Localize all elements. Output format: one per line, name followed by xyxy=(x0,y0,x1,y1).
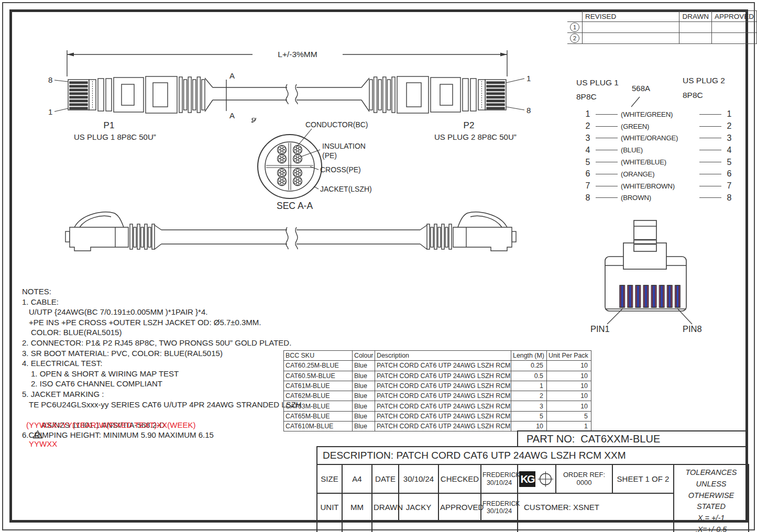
cable-cross-section: CONDUCTOR(BC) INSULATION (PE) CROSS(PE) … xyxy=(251,118,398,215)
revision-row2-num-cell: 2 xyxy=(567,33,583,44)
pinout-row-8: 8(BROWN)8 xyxy=(574,192,749,204)
revision-1-badge: 1 xyxy=(570,23,579,32)
revision-row2-revised xyxy=(583,33,679,44)
sku-cell: 1 xyxy=(547,422,591,431)
section-cut-marker: A A xyxy=(226,71,235,120)
pin-wire-line xyxy=(596,174,618,174)
tolerance-line: OTHERWISE STATED xyxy=(677,490,745,513)
notes-title: NOTES: xyxy=(22,286,294,297)
p1-pin8-number: 8 xyxy=(48,75,52,84)
title-block-grid: SIZE A4 DATE 30/10/24 CHECKED FREDERICK … xyxy=(316,464,749,532)
rj45-front-view: PIN1 PIN8 xyxy=(589,216,741,341)
pin-wire-line xyxy=(596,186,618,186)
note-4: 4. ELECTRICAL TEST: xyxy=(22,358,294,369)
note-2: 2. CONNECTOR: P1& P2 RJ45 8P8C, TWO PRON… xyxy=(22,338,294,348)
cable-lines xyxy=(213,84,361,104)
size-value: A4 xyxy=(342,464,372,493)
order-ref-label: ORDER REF: xyxy=(557,471,611,479)
sku-cell: 10 xyxy=(547,401,591,411)
callout-conductor: CONDUCTOR(BC) xyxy=(305,120,368,129)
pin-wire-line xyxy=(699,126,721,127)
pin-wire-line xyxy=(596,150,618,150)
pin-right-num: 8 xyxy=(722,193,736,203)
date-value: 30/10/24 xyxy=(399,464,438,493)
revision-col-revised: REVISED xyxy=(583,11,679,22)
revision-corner-cell xyxy=(567,11,583,22)
pinout-standard-label: 568A xyxy=(632,84,650,93)
pin-color-label: (WHITE/ORANGE) xyxy=(619,134,698,142)
sku-cell: 0.25 xyxy=(511,361,547,371)
sku-cell: 5 xyxy=(511,411,547,421)
order-ref-value: 0000 xyxy=(557,479,611,487)
sku-cell: 10 xyxy=(547,381,591,391)
pin-left-num: 3 xyxy=(581,134,595,143)
sku-cell: Blue xyxy=(353,361,375,371)
p1-pin1-number: 1 xyxy=(48,107,52,116)
pin-left-num: 7 xyxy=(581,181,595,191)
tolerance-line: TOLERANCES UNLESS xyxy=(677,467,745,490)
callout-insulation-line1: INSULATION xyxy=(322,142,366,150)
title-block: PART NO: CAT6XXM-BLUE DESCRIPTION: PATCH… xyxy=(316,430,748,524)
sku-cell: Blue xyxy=(353,391,375,401)
p1-subtitle: US PLUG 1 8P8C 50U” xyxy=(74,132,156,141)
cable-lines-side xyxy=(161,227,420,249)
pin-left-num: 4 xyxy=(581,146,595,155)
sku-header-bcc: BCC SKU xyxy=(284,351,353,361)
note-5c: (YYWXX=YY(YEAR)W(FIXED TEXT)XX(WEEK) xyxy=(22,420,294,430)
sku-cell: 3 xyxy=(511,401,547,411)
sku-cell: CAT65M-BLUE xyxy=(284,411,353,421)
scale-value: NTS xyxy=(342,522,372,532)
pin-left-num: 5 xyxy=(581,158,595,167)
note-1b: +PE INS +PE CROSS +OUTER LSZH JACKET OD:… xyxy=(22,317,294,328)
pinout-left-subtitle: 8P8C xyxy=(576,92,597,102)
revision-col-drawn: DRAWN xyxy=(679,11,712,22)
sku-row: CAT60.25M-BLUEBluePATCH CORD CAT6 UTP 24… xyxy=(284,361,591,371)
pin-wire-line xyxy=(596,138,618,138)
pin-right-num: 7 xyxy=(722,181,736,191)
section-letter-bottom: A xyxy=(229,111,235,120)
wiring-pinout: US PLUG 1 8P8C 568A US PLUG 2 8P8C 1(WHI… xyxy=(574,75,749,206)
note-5b: AS/NZS 11801.1 ANSI/TIA-568.2-DYYWXX xyxy=(22,409,294,420)
sku-row: CAT610M-BLUEBluePATCH CORD CAT6 UTP 24AW… xyxy=(284,422,591,431)
unit-value: MM xyxy=(342,493,372,522)
pin-right-num: 4 xyxy=(722,146,736,155)
unit-label: UNIT xyxy=(317,493,342,522)
sku-cell: 0.5 xyxy=(511,371,547,381)
pin-color-label: (GREEN) xyxy=(619,123,698,130)
pin-left-num: 1 xyxy=(581,109,595,119)
revision-row1-revised xyxy=(583,22,679,33)
revision-row2-approved xyxy=(711,33,756,44)
description-bar: DESCRIPTION: PATCH CORD CAT6 UTP 24AWG L… xyxy=(316,446,748,465)
booted-plug-drawing-right xyxy=(420,212,516,251)
pin-right-num: 5 xyxy=(722,158,736,167)
p2-title: P2 xyxy=(448,120,490,131)
sku-cell: PATCH CORD CAT6 UTP 24AWG LSZH RCM xyxy=(375,391,511,401)
pin-right-num: 6 xyxy=(722,169,736,179)
pin-color-label: (ORANGE) xyxy=(619,170,698,178)
manufacturer-field: MANU: PC6U24GLSXXX-BU xyxy=(372,522,518,532)
note-4b: 2. ISO CAT6 CHANNEL COMPLIANT xyxy=(22,379,294,389)
sku-cell: Blue xyxy=(353,422,375,431)
note-5a: TE PC6U24GLSxxx-yy SERIES CAT6 U/UTP 4PR… xyxy=(22,400,294,410)
sku-row: CAT63M-BLUEBluePATCH CORD CAT6 UTP 24AWG… xyxy=(284,401,591,411)
sku-cell: 10 xyxy=(547,371,591,381)
revision-row2-drawn xyxy=(679,33,712,44)
sku-cell: Blue xyxy=(353,411,375,421)
revision-row1-drawn xyxy=(679,22,712,33)
order-ref-cell: ORDER REF: 0000 xyxy=(556,464,612,493)
sku-cell: 5 xyxy=(547,411,591,421)
pinout-left-title: US PLUG 1 xyxy=(576,78,619,87)
revision-row1-num-cell: 1 xyxy=(567,22,583,33)
pin-wire-line xyxy=(699,138,721,138)
pinout-row-4: 4(BLUE)4 xyxy=(574,144,749,156)
checked-by: FREDERICK xyxy=(482,471,516,479)
cross-divider xyxy=(266,143,313,190)
sku-cell: Blue xyxy=(353,381,375,391)
pin8-label: PIN8 xyxy=(683,324,702,334)
conductor-strand xyxy=(251,118,256,123)
sku-cell: CAT63M-BLUE xyxy=(284,401,353,411)
sku-header-description: Description xyxy=(375,351,511,361)
sku-table: BCC SKU Colour Description Length (M) Un… xyxy=(283,350,591,431)
note-1c: COLOR: BLUE(RAL5015) xyxy=(22,327,294,338)
sku-header-row: BCC SKU Colour Description Length (M) Un… xyxy=(284,351,591,361)
